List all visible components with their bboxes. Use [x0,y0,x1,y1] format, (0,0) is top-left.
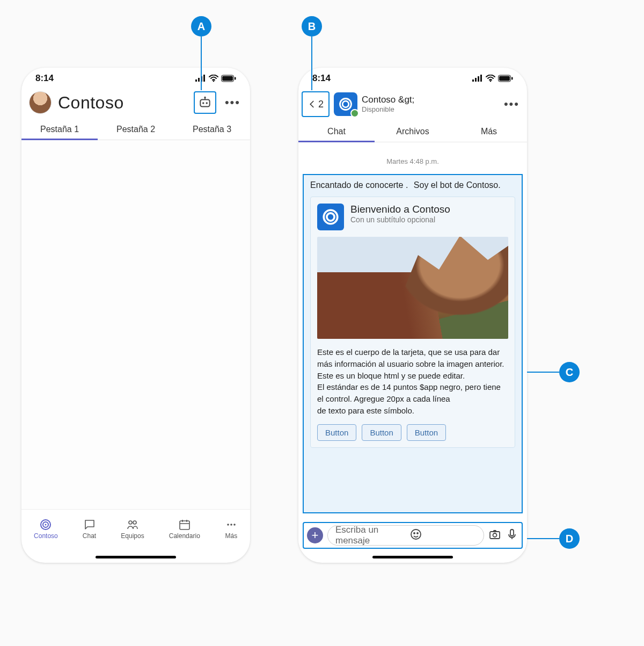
emoji-icon[interactable] [409,528,478,543]
card-buttons: Button Button Button [317,424,508,441]
nav-label: Más [225,532,238,540]
card-button-3[interactable]: Button [407,424,446,441]
spiral-icon [321,208,340,226]
svg-point-15 [129,521,132,524]
back-button-highlight[interactable]: 2 [302,91,330,117]
svg-point-35 [417,533,418,534]
svg-rect-28 [511,77,513,80]
svg-point-20 [233,524,236,526]
svg-rect-36 [490,532,500,539]
svg-point-30 [342,101,349,107]
tab-chat[interactable]: Chat [298,120,375,142]
add-button[interactable]: + [307,527,323,543]
nav-teams[interactable]: Equipos [121,518,144,540]
compose-input[interactable]: Escriba un mensaje [327,525,484,546]
chat-title: Contoso &gt; [362,95,497,105]
nav-more[interactable]: Más [225,518,238,540]
chevron-left-icon [308,99,317,109]
svg-point-33 [411,529,421,539]
compose-highlight: + Escriba un mensaje [303,522,523,549]
svg-point-29 [340,99,352,110]
svg-point-9 [202,102,204,104]
card-header: Bienvenido a Contoso Con un subtítulo op… [317,204,508,230]
svg-point-19 [230,524,232,526]
tab-3[interactable]: Pestaña 3 [174,118,250,140]
app-icon[interactable] [334,92,357,116]
status-time: 8:14 [35,73,54,84]
calendar-icon [178,518,191,531]
status-time: 8:14 [312,73,331,84]
svg-rect-38 [510,529,514,536]
more-icon[interactable]: ••• [223,96,243,110]
svg-rect-0 [195,79,197,82]
battery-icon [221,75,236,82]
svg-rect-24 [480,75,482,82]
callout-a-line [201,37,202,90]
home-indicator [298,551,527,563]
nav-contoso[interactable]: Contoso [34,518,58,540]
svg-rect-23 [478,76,479,82]
tab-1[interactable]: Pestaña 1 [21,118,98,140]
callout-c-line [527,372,559,373]
spiral-icon [338,97,353,112]
nav-calendar[interactable]: Calendario [169,518,200,540]
status-bar: 8:14 [21,68,250,89]
callout-b-line [311,37,312,90]
svg-rect-1 [198,78,200,82]
chat-timestamp: Martes 4:48 p.m. [298,142,527,174]
card-logo [317,204,344,230]
svg-point-11 [204,97,206,98]
status-icons [472,75,513,82]
adaptive-card: Bienvenido a Contoso Con un subtítulo op… [310,197,515,448]
card-title: Bienvenido a Contoso [350,204,450,215]
card-image [317,237,508,339]
content-area [21,140,250,509]
tabs: Chat Archivos Más [298,120,527,142]
nav-label: Chat [83,532,96,540]
presence-available-icon [350,109,359,118]
callout-c: C [559,362,580,382]
bot-button-highlight[interactable] [194,91,216,114]
teams-icon [126,518,139,531]
status-bar: 8:14 [298,68,527,89]
msg-intro-2: Soy el bot de Contoso. [414,180,501,190]
message-text: Encantado de conocerte . Soy el bot de C… [310,180,515,190]
svg-point-16 [133,521,136,524]
svg-rect-8 [200,100,209,107]
svg-rect-3 [203,75,205,82]
battery-icon [498,75,513,82]
svg-point-10 [206,102,207,104]
svg-point-25 [490,81,492,82]
svg-point-34 [414,533,415,534]
svg-point-32 [327,213,334,221]
svg-rect-6 [222,76,233,81]
nav-chat[interactable]: Chat [83,518,96,540]
bot-icon [198,96,212,110]
card-button-2[interactable]: Button [362,424,401,441]
msg-intro-1: Encantado de conocerte . [310,180,408,190]
nav-label: Equipos [121,532,144,540]
svg-rect-7 [235,77,236,80]
camera-icon[interactable] [488,528,501,543]
mic-icon[interactable] [506,528,518,543]
tab-2[interactable]: Pestaña 2 [98,118,174,140]
callout-b: B [302,16,322,37]
tab-files[interactable]: Archivos [375,120,451,142]
chat-area: Martes 4:48 p.m. Encantado de conocerte … [298,142,527,551]
chat-status: Disponible [362,105,497,114]
callout-d: D [559,528,580,549]
card-button-1[interactable]: Button [317,424,356,441]
signal-icon [472,75,483,82]
callout-a: A [191,16,211,37]
svg-rect-27 [499,76,510,81]
more-icon [225,518,238,531]
header: 2 Contoso &gt; Disponible ••• [298,89,527,120]
wifi-icon [486,75,495,82]
home-indicator [21,551,250,563]
back-count: 2 [318,99,324,110]
tab-more[interactable]: Más [451,120,527,142]
svg-rect-22 [475,78,477,82]
more-icon[interactable]: ••• [502,97,522,111]
avatar[interactable] [29,91,52,114]
phone-a: 8:14 Contoso ••• Pestaña 1 Pestaña 2 Pes… [21,68,250,563]
